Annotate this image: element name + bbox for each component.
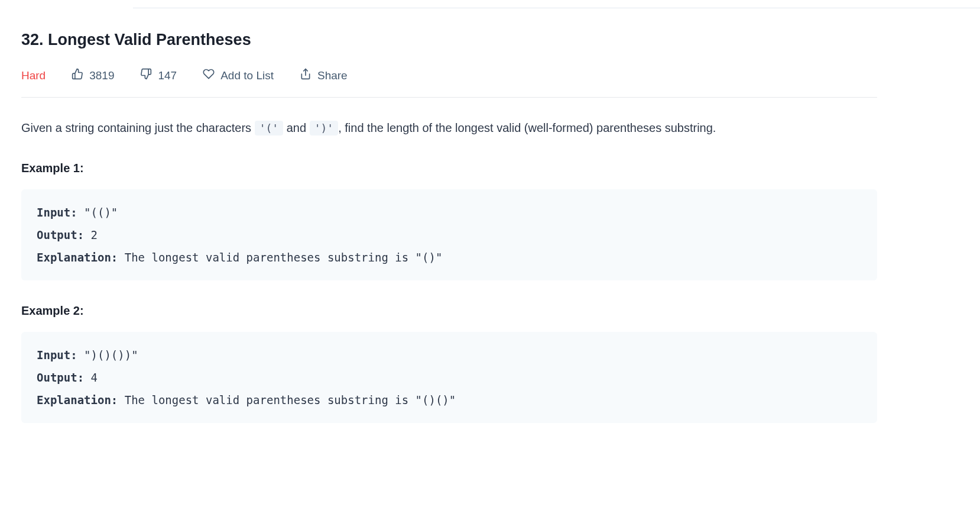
add-to-list-label: Add to List — [220, 69, 274, 82]
share-button[interactable]: Share — [300, 68, 348, 83]
example-heading: Example 2: — [21, 304, 877, 318]
add-to-list-button[interactable]: Add to List — [203, 68, 274, 83]
meta-row: Hard 3819 147 Add to List Share — [21, 68, 877, 98]
share-icon — [300, 68, 311, 83]
output-key: Output: — [37, 371, 84, 384]
explanation-key: Explanation: — [37, 251, 118, 264]
top-divider — [133, 0, 980, 8]
like-count: 3819 — [89, 69, 114, 82]
like-button[interactable]: 3819 — [72, 68, 114, 83]
output-val: 2 — [84, 228, 98, 241]
problem-container: 32. Longest Valid Parentheses Hard 3819 … — [0, 8, 898, 423]
output-val: 4 — [84, 371, 98, 384]
explanation-val: The longest valid parentheses substring … — [118, 251, 442, 264]
output-key: Output: — [37, 228, 84, 241]
difficulty-badge: Hard — [21, 69, 46, 82]
input-key: Input: — [37, 206, 77, 219]
thumbs-up-icon — [72, 68, 83, 83]
problem-title: 32. Longest Valid Parentheses — [21, 31, 877, 49]
inline-code: '(' — [255, 121, 284, 135]
inline-code: ')' — [310, 121, 339, 135]
desc-text: Given a string containing just the chara… — [21, 121, 255, 134]
input-val: "(()" — [77, 206, 118, 219]
thumbs-down-icon — [140, 68, 152, 83]
dislike-count: 147 — [158, 69, 177, 82]
dislike-button[interactable]: 147 — [140, 68, 177, 83]
problem-description: Given a string containing just the chara… — [21, 118, 877, 138]
explanation-val: The longest valid parentheses substring … — [118, 393, 456, 406]
example-heading: Example 1: — [21, 162, 877, 175]
desc-text: and — [283, 121, 309, 134]
desc-text: , find the length of the longest valid (… — [338, 121, 716, 134]
example-code-block: Input: ")()())" Output: 4 Explanation: T… — [21, 332, 877, 423]
example-code-block: Input: "(()" Output: 2 Explanation: The … — [21, 189, 877, 280]
input-val: ")()())" — [77, 348, 138, 361]
explanation-key: Explanation: — [37, 393, 118, 406]
input-key: Input: — [37, 348, 77, 361]
share-label: Share — [317, 69, 348, 82]
heart-icon — [203, 68, 215, 83]
